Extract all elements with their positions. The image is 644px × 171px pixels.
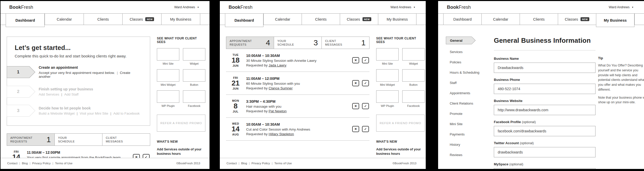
- footer-contact-link[interactable]: Contact: [227, 162, 237, 165]
- appointment-row: MON 8 JUL 3:30PM – 4:30PM Hair massage w…: [226, 95, 369, 118]
- business-phone-input[interactable]: [494, 84, 595, 94]
- tab-dashboard[interactable]: Dashboard: [443, 14, 481, 25]
- preview-widget[interactable]: Widget: [183, 48, 205, 65]
- nav-item-client-relations[interactable]: Client Relations: [446, 101, 484, 105]
- nav-item-staff[interactable]: Staff: [446, 81, 484, 85]
- tab-spacer: [438, 14, 443, 25]
- tab-my-business[interactable]: My Business: [378, 14, 416, 25]
- client-link[interactable]: Clance Sumner: [269, 86, 293, 90]
- footer-privacy-link[interactable]: Privacy Policy: [32, 162, 51, 165]
- footer-blog-link[interactable]: Blog: [241, 162, 247, 165]
- preview-thumbnail[interactable]: [376, 48, 399, 61]
- preview-widget[interactable]: Widget: [402, 48, 425, 65]
- refer-a-friend-promo[interactable]: REFER A FRIEND PROMO: [157, 115, 205, 132]
- preview-thumbnail[interactable]: [157, 69, 179, 82]
- nav-item-policies[interactable]: Policies: [446, 60, 484, 64]
- stat-tab-your-schedule[interactable]: YOURSCHEDULE: [55, 133, 102, 146]
- preview-wp-plugin[interactable]: WP Plugin: [157, 90, 179, 107]
- footer-privacy-link[interactable]: Privacy Policy: [252, 162, 270, 165]
- tab-dashboard[interactable]: Dashboard: [6, 14, 45, 27]
- tab-calendar[interactable]: Calendar: [481, 14, 520, 25]
- logo-bold: Book: [9, 5, 21, 10]
- account-menu[interactable]: Ward Andrews▼: [390, 5, 415, 9]
- account-menu[interactable]: Ward Andrews▼: [174, 5, 199, 9]
- stat-tab-client-messages[interactable]: CLIENTMESSAGES 1: [322, 37, 369, 49]
- tab-classes[interactable]: ClassesNEW: [558, 14, 596, 25]
- preview-mini-site[interactable]: Mini Site: [376, 48, 399, 65]
- tab-my-business[interactable]: My Business: [596, 14, 634, 27]
- stat-tab-appointment-requests[interactable]: APPOINTMENTREQUESTS 1: [7, 133, 55, 146]
- preview-thumbnail[interactable]: [376, 69, 399, 82]
- preview-facebook[interactable]: Facebook: [183, 90, 205, 107]
- accept-button[interactable]: ✓: [362, 126, 369, 132]
- nav-item-history[interactable]: History: [446, 143, 484, 147]
- tab-classes[interactable]: ClassesNEW: [122, 14, 161, 25]
- preview-thumbnail[interactable]: [157, 90, 179, 103]
- business-name-input[interactable]: [494, 63, 595, 73]
- preview-thumbnail[interactable]: [183, 69, 205, 82]
- tab-calendar[interactable]: Calendar: [45, 14, 83, 25]
- add-services-link[interactable]: Add Services: [39, 92, 59, 96]
- nav-item-services[interactable]: Services: [446, 50, 484, 54]
- footer-terms-link[interactable]: Terms of Use: [55, 162, 73, 165]
- decline-button[interactable]: ✕: [352, 57, 359, 63]
- refer-a-friend-promo[interactable]: REFER A FRIEND PROMO: [376, 115, 425, 132]
- nav-item-promote[interactable]: Promote: [446, 112, 484, 116]
- nav-item-payments[interactable]: Payments: [446, 132, 484, 136]
- client-link[interactable]: Pat Newton: [269, 109, 287, 113]
- stat-tab-your-schedule[interactable]: YOURSCHEDULE 3: [274, 37, 322, 49]
- preview-button[interactable]: Button: [183, 69, 205, 86]
- client-link[interactable]: Hillary Stapleton: [269, 132, 294, 136]
- twitter-account-input[interactable]: [494, 147, 595, 157]
- visit-mini-site-link[interactable]: Visit your Mini Site: [80, 112, 108, 115]
- accept-button[interactable]: ✓: [143, 154, 150, 158]
- preview-thumbnail[interactable]: [183, 90, 205, 103]
- tab-clients[interactable]: Clients: [520, 14, 558, 25]
- nav-item-reviews[interactable]: Reviews: [446, 153, 484, 157]
- accept-button[interactable]: ✓: [362, 80, 369, 86]
- nav-item-general[interactable]: General: [446, 37, 472, 44]
- preview-thumbnail[interactable]: [376, 90, 399, 103]
- tab-clients[interactable]: Clients: [84, 14, 122, 25]
- tab-calendar[interactable]: Calendar: [263, 14, 302, 25]
- footer-terms-link[interactable]: Terms of Use: [274, 162, 292, 165]
- myspace-input[interactable]: [494, 168, 595, 169]
- preview-mini-widget[interactable]: Mini Widget: [157, 69, 179, 86]
- preview-mini-widget[interactable]: Mini Widget: [376, 69, 399, 86]
- build-widget-link[interactable]: Build a Website Widget: [39, 112, 75, 115]
- tip-title: Tip: [598, 56, 644, 60]
- preview-thumbnail[interactable]: [402, 48, 425, 61]
- preview-thumbnail[interactable]: [402, 69, 425, 82]
- footer-contact-link[interactable]: Contact: [7, 162, 18, 165]
- facebook-profile-input[interactable]: [494, 126, 595, 136]
- stat-tab-client-messages[interactable]: CLIENTMESSAGES: [102, 133, 150, 146]
- client-link[interactable]: Jada Lawry: [269, 63, 286, 67]
- tab-dashboard[interactable]: Dashboard: [225, 14, 263, 27]
- add-staff-link[interactable]: Add Staff: [64, 92, 78, 96]
- preview-facebook[interactable]: Facebook: [402, 90, 425, 107]
- footer-blog-link[interactable]: Blog: [22, 162, 28, 165]
- tab-classes[interactable]: ClassesNEW: [340, 14, 378, 25]
- accept-button[interactable]: ✓: [362, 103, 369, 109]
- tab-my-business[interactable]: My Business: [161, 14, 200, 25]
- preview-thumbnail[interactable]: [183, 48, 205, 61]
- tab-clients[interactable]: Clients: [302, 14, 340, 25]
- decline-button[interactable]: ✕: [133, 154, 140, 158]
- add-to-facebook-link[interactable]: Add to Facebook: [113, 112, 140, 115]
- nav-item-hours-scheduling[interactable]: Hours & Scheduling: [446, 71, 484, 74]
- accept-button[interactable]: ✓: [362, 57, 369, 63]
- business-website-input[interactable]: [494, 105, 595, 115]
- preview-thumbnail[interactable]: [157, 48, 179, 61]
- client-messages-count: 1: [361, 38, 366, 47]
- nav-item-mini-site[interactable]: Mini Site: [446, 122, 484, 126]
- preview-thumbnail[interactable]: [402, 90, 425, 103]
- stat-tab-appointment-requests[interactable]: APPOINTMENTREQUESTS 4: [226, 37, 274, 49]
- decline-button[interactable]: ✕: [352, 126, 359, 132]
- preview-wp-plugin[interactable]: WP Plugin: [376, 90, 399, 107]
- account-menu[interactable]: Ward Andrews▼: [609, 5, 634, 9]
- preview-button[interactable]: Button: [402, 69, 425, 86]
- preview-mini-site[interactable]: Mini Site: [157, 48, 179, 65]
- decline-button[interactable]: ✕: [352, 80, 359, 86]
- nav-item-appointments[interactable]: Appointments: [446, 91, 484, 95]
- decline-button[interactable]: ✕: [352, 103, 359, 109]
